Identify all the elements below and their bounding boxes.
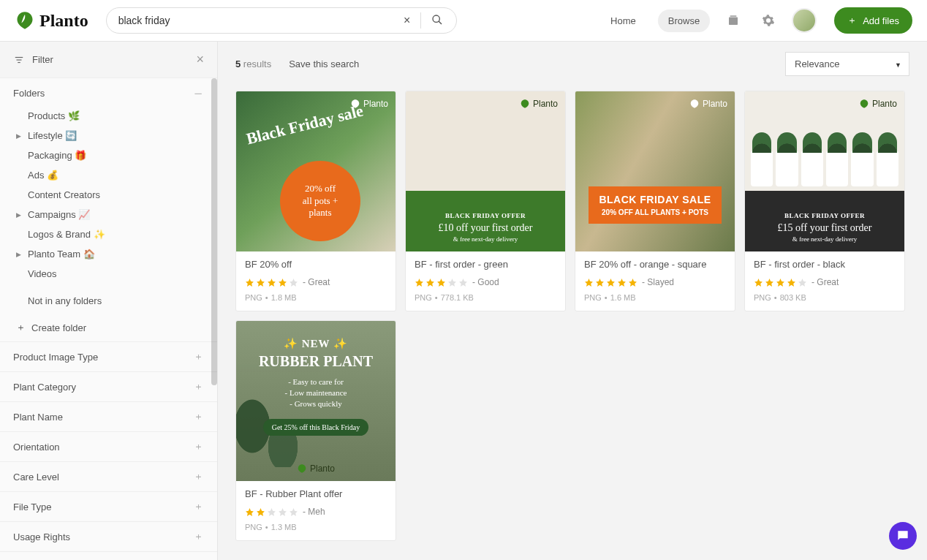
sidebar-folder-item[interactable]: ▶Planto Team 🏠 [12, 244, 213, 264]
thumb-banner: BLACK FRIDAY OFFER£10 off your first ord… [406, 205, 565, 251]
asset-thumbnail[interactable]: PlantoBLACK FRIDAY OFFER£10 off your fir… [406, 91, 565, 251]
asset-card[interactable]: PlantoBlack Friday sale20% offall pots +… [235, 91, 396, 311]
gear-icon[interactable] [757, 9, 780, 32]
asset-thumbnail[interactable]: PlantoBlack Friday sale20% offall pots +… [236, 91, 396, 251]
star-icon [267, 278, 276, 287]
thumb-brand: Planto [236, 463, 396, 474]
star-icon [595, 278, 605, 287]
search-icon[interactable] [424, 14, 450, 28]
clear-icon[interactable]: × [397, 14, 417, 27]
folders-section-head[interactable]: Folders ─ [0, 78, 217, 103]
sort-dropdown[interactable]: Relevance ▼ [785, 52, 909, 76]
sidebar-folder-item[interactable]: Not in any folders [12, 291, 213, 311]
thumb-banner: BLACK FRIDAY OFFER£15 off your first ord… [745, 205, 904, 251]
save-search-button[interactable]: Save this search [289, 58, 359, 69]
leaf-icon [15, 10, 35, 31]
expand-icon[interactable]: ＋ [192, 441, 204, 453]
rating: - Meh [245, 507, 387, 517]
scrollbar-thumb[interactable] [211, 78, 217, 385]
filter-section[interactable]: Usage Rights＋ [0, 521, 217, 551]
sidebar-folder-item[interactable]: Videos [12, 264, 213, 284]
star-icon [415, 278, 424, 287]
expand-icon[interactable]: ＋ [192, 501, 204, 512]
folder-label: Planto Team 🏠 [28, 249, 207, 260]
star-icon [765, 278, 774, 287]
filter-section[interactable]: Expiry Date＋ [0, 551, 217, 560]
asset-card[interactable]: PlantoBLACK FRIDAY OFFER£15 off your fir… [744, 91, 905, 311]
asset-thumbnail[interactable]: PlantoBLACK FRIDAY OFFER£15 off your fir… [745, 91, 904, 251]
filter-section[interactable]: Product Image Type＋ [0, 341, 217, 371]
thumb-content: ✨ NEW ✨RUBBER PLANT- Easy to care for- L… [236, 337, 396, 436]
asset-card[interactable]: ✨ NEW ✨RUBBER PLANT- Easy to care for- L… [235, 320, 396, 541]
folder-label: Products 🌿 [28, 110, 207, 121]
star-icon [245, 278, 254, 287]
asset-meta: PNG•803 KB [754, 293, 896, 302]
sidebar-folder-item[interactable]: Ads 💰 [12, 165, 213, 185]
thumb-brand: Planto [520, 99, 558, 109]
filter-section[interactable]: Orientation＋ [0, 431, 217, 461]
asset-thumbnail[interactable]: ✨ NEW ✨RUBBER PLANT- Easy to care for- L… [236, 321, 396, 481]
chevron-down-icon: ▼ [895, 61, 901, 69]
sidebar-folder-item[interactable]: Products 🌿 [12, 106, 213, 126]
sidebar-folder-item[interactable]: Content Creators [12, 185, 213, 205]
filter-section[interactable]: Plant Category＋ [0, 371, 217, 401]
star-icon [447, 278, 457, 287]
expand-icon[interactable]: ＋ [192, 381, 204, 393]
close-icon[interactable]: × [196, 52, 204, 67]
avatar[interactable] [792, 8, 817, 33]
filter-label: Plant Category [13, 382, 76, 393]
card-body: BF 20% off- GreatPNG•1.8 MB [236, 251, 396, 311]
chevron-right-icon: ▶ [16, 211, 21, 219]
folder-list: Products 🌿▶Lifestyle 🔄Packaging 🎁Ads 💰Co… [0, 103, 217, 314]
search-input[interactable] [118, 15, 397, 26]
expand-icon[interactable]: ＋ [192, 471, 204, 483]
star-icon [754, 278, 763, 287]
filter-section[interactable]: File Type＋ [0, 491, 217, 521]
card-body: BF 20% off - orange - square- SlayedPNG•… [575, 251, 735, 311]
rating-label: - Good [472, 277, 499, 287]
chat-launcher[interactable] [889, 522, 917, 550]
rating-label: - Meh [303, 507, 325, 517]
add-files-button[interactable]: ＋ Add files [834, 7, 912, 34]
star-icon [245, 507, 254, 517]
expand-icon[interactable]: ＋ [192, 351, 204, 363]
rating-label: - Slayed [642, 277, 674, 287]
thumb-banner: BLACK FRIDAY SALE20% OFF ALL PLANTS + PO… [589, 186, 722, 224]
filter-label: Product Image Type [13, 352, 98, 363]
search-bar[interactable]: × [106, 7, 457, 34]
asset-card[interactable]: PlantoBLACK FRIDAY OFFER£10 off your fir… [405, 91, 566, 311]
brand-logo[interactable]: Planto [15, 10, 88, 31]
star-icon [458, 278, 468, 287]
asset-thumbnail[interactable]: PlantoBLACK FRIDAY SALE20% OFF ALL PLANT… [575, 91, 735, 251]
svg-rect-2 [729, 18, 738, 26]
filter-section[interactable]: Care Level＋ [0, 461, 217, 491]
thumb-brand: Planto [689, 99, 727, 109]
asset-meta: PNG•1.8 MB [245, 293, 387, 302]
expand-icon[interactable]: ＋ [192, 411, 204, 423]
sidebar-folder-item[interactable]: Packaging 🎁 [12, 145, 213, 165]
asset-card[interactable]: PlantoBLACK FRIDAY SALE20% OFF ALL PLANT… [575, 91, 735, 311]
collections-icon[interactable] [722, 9, 745, 32]
nav-browse[interactable]: Browse [658, 10, 710, 32]
filter-sidebar: Filter × Folders ─ Products 🌿▶Lifestyle … [0, 42, 218, 560]
star-icon [617, 278, 627, 287]
expand-icon[interactable]: ＋ [192, 531, 204, 542]
collapse-icon[interactable]: ─ [192, 87, 204, 99]
sidebar-folder-item[interactable]: ▶Lifestyle 🔄 [12, 126, 213, 145]
folder-label: Ads 💰 [28, 170, 207, 181]
create-folder-button[interactable]: ＋ Create folder [0, 314, 217, 341]
filter-label: Plant Name [13, 412, 63, 423]
star-icon [256, 507, 265, 517]
sidebar-folder-item[interactable]: Logos & Brand ✨ [12, 224, 213, 244]
sidebar-folder-item[interactable]: ▶Campaigns 📈 [12, 205, 213, 224]
asset-title: BF - first order - black [754, 259, 896, 270]
asset-grid: PlantoBlack Friday sale20% offall pots +… [218, 85, 927, 559]
asset-meta: PNG•778.1 KB [415, 293, 556, 302]
nav-home[interactable]: Home [600, 10, 646, 32]
results-header: 5 results Save this search Relevance ▼ [218, 42, 927, 85]
star-icon [278, 278, 287, 287]
card-body: BF - Rubber Plant offer- MehPNG•1.3 MB [236, 481, 396, 540]
svg-line-1 [439, 21, 442, 24]
thumb-brand: Planto [859, 99, 897, 109]
filter-section[interactable]: Plant Name＋ [0, 401, 217, 431]
